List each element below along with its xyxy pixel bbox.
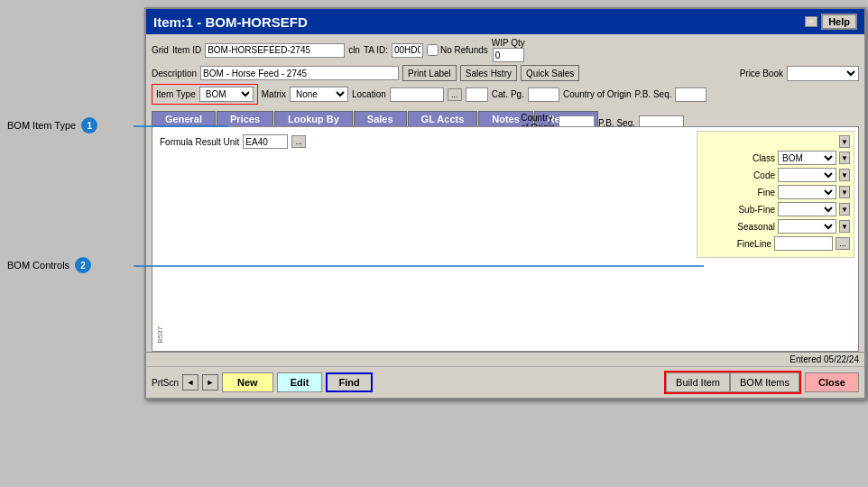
close-button[interactable]: Close: [805, 372, 859, 392]
class-dropdown[interactable]: ▼: [839, 152, 850, 164]
yellow-class-row: Class BOM ▼: [701, 151, 850, 165]
annotation-bom-item-type: BOM Item Type 1: [7, 117, 97, 133]
tabs-bar: General Prices Lookup By Sales GL Accts …: [146, 111, 864, 126]
tab-lookup-by[interactable]: Lookup By: [274, 111, 353, 126]
fineline-label: FineLine: [737, 239, 771, 249]
new-button[interactable]: New: [222, 372, 273, 392]
find-button[interactable]: Find: [326, 372, 372, 392]
matrix-select[interactable]: None: [290, 87, 348, 102]
cat-pg-label: Cat. Pg.: [492, 89, 524, 99]
content-area: Formula Result Unit ... ▼ Class BOM ▼: [152, 126, 859, 352]
header-row-2: Description Print Label Sales Hstry Quic…: [152, 65, 859, 81]
formula-result-label: Formula Result Unit: [160, 137, 239, 147]
prtscn-label: PrtScn: [152, 378, 179, 388]
item-id-input[interactable]: [205, 43, 345, 58]
code-select[interactable]: [778, 168, 836, 182]
seasonal-dropdown[interactable]: ▼: [839, 220, 850, 233]
title-bar-controls: – Help: [805, 14, 857, 30]
subfine-dropdown[interactable]: ▼: [839, 203, 850, 216]
header-row-3: Item Type BOM Matrix None Location ... C…: [152, 84, 859, 105]
tab-sales[interactable]: Sales: [354, 111, 407, 126]
quick-sales-button[interactable]: Quick Sales: [521, 65, 579, 81]
formula-result-input[interactable]: [243, 134, 288, 149]
bom-button-group: Build Item BOM Items: [664, 371, 801, 394]
class-select[interactable]: BOM: [778, 151, 836, 165]
print-label-button[interactable]: Print Label: [402, 65, 457, 81]
no-refunds-label: No Refunds: [427, 44, 488, 56]
fine-select[interactable]: [778, 185, 836, 199]
b537-label: B537: [156, 326, 164, 344]
matrix-label: Matrix: [262, 89, 286, 99]
country-origin-area: Country of Origin Country of Origin: [563, 89, 632, 99]
wip-qty-box: WIP Qty: [492, 38, 525, 62]
annotation-bom-controls: BOM Controls 2: [7, 257, 91, 273]
yellow-fine-row: Fine ▼: [701, 185, 850, 199]
sales-hstry-button[interactable]: Sales Hstry: [460, 65, 517, 81]
location-label: Location: [352, 89, 386, 99]
minimize-button[interactable]: –: [805, 16, 817, 27]
no-refunds-checkbox[interactable]: [427, 44, 439, 56]
top-area: Grid Item ID cln TA ID: No Refunds WIP Q…: [146, 34, 864, 111]
title-bar: Item:1 - BOM-HORSEFD – Help: [146, 9, 864, 34]
yellow-subfine-row: Sub-Fine ▼: [701, 202, 850, 216]
class-label: Class: [753, 153, 775, 163]
ta-id-label: TA ID:: [364, 45, 388, 55]
yellow-seasonal-row: Seasonal ▼: [701, 219, 850, 234]
grid-label: Grid: [152, 45, 169, 55]
price-book-area: Price Book: [740, 66, 859, 81]
pb-seq-input[interactable]: [675, 87, 706, 102]
yellow-top-row: ▼: [701, 135, 850, 148]
subfine-select[interactable]: [778, 202, 836, 216]
location-input[interactable]: [390, 87, 444, 102]
item-type-select[interactable]: BOM: [199, 87, 254, 102]
description-label: Description: [152, 69, 197, 78]
yellow-fineline-row: FineLine ...: [701, 236, 850, 251]
item-type-label: Item Type: [156, 89, 196, 99]
subfine-label: Sub-Fine: [738, 205, 775, 215]
cln-label: cln: [348, 45, 360, 55]
code-dropdown[interactable]: ▼: [839, 169, 850, 181]
outer-container: BOM Item Type 1 BOM Controls 2 Item:1 - …: [0, 0, 868, 487]
tab-gl-accts[interactable]: GL Accts: [408, 111, 478, 126]
yellow-code-row: Code ▼: [701, 168, 850, 182]
description-input[interactable]: [200, 66, 399, 80]
fineline-input[interactable]: [774, 236, 833, 251]
main-window: Item:1 - BOM-HORSEFD – Help Grid Item ID…: [144, 7, 866, 400]
bottom-button-bar: PrtScn ◄ ► New Edit Find Build Item BOM …: [146, 366, 864, 398]
build-item-button[interactable]: Build Item: [666, 372, 730, 392]
ta-id-input[interactable]: [392, 43, 423, 58]
window-title: Item:1 - BOM-HORSEFD: [153, 14, 308, 30]
annotation-badge-2: 2: [75, 257, 91, 273]
seasonal-select[interactable]: [778, 219, 836, 234]
item-type-container: Item Type BOM: [152, 84, 258, 105]
yellow-top-dropdown[interactable]: ▼: [839, 135, 850, 148]
entered-label: Entered: [790, 354, 821, 364]
nav-prev-button[interactable]: ◄: [182, 374, 199, 391]
location-dots-button[interactable]: ...: [448, 88, 462, 101]
fine-label: Fine: [758, 188, 775, 198]
location-code-input[interactable]: [466, 87, 488, 102]
formula-dots-button[interactable]: ...: [291, 135, 306, 148]
header-row-1: Grid Item ID cln TA ID: No Refunds WIP Q…: [152, 38, 859, 62]
cat-pg-input[interactable]: [528, 87, 559, 102]
bom-items-button[interactable]: BOM Items: [730, 372, 799, 392]
wip-qty-input[interactable]: [493, 48, 524, 62]
seasonal-label: Seasonal: [737, 222, 775, 232]
status-bar: Entered 05/22/24: [146, 352, 864, 366]
code-label: Code: [753, 170, 775, 180]
tab-prices[interactable]: Prices: [217, 111, 273, 126]
annotation-badge-1: 1: [81, 117, 97, 133]
nav-next-button[interactable]: ►: [202, 374, 218, 391]
pb-seq-label: P.B. Seq.: [635, 89, 672, 99]
help-button[interactable]: Help: [821, 14, 857, 30]
edit-button[interactable]: Edit: [277, 372, 323, 392]
item-id-label: Item ID: [172, 45, 201, 55]
tab-general[interactable]: General: [152, 111, 216, 126]
yellow-panel: ▼ Class BOM ▼ Code ▼ Fin: [697, 131, 854, 258]
entered-value: 05/22/24: [824, 354, 859, 364]
price-book-select[interactable]: [787, 66, 859, 81]
fine-dropdown[interactable]: ▼: [839, 186, 850, 198]
fineline-dots-button[interactable]: ...: [836, 237, 850, 250]
